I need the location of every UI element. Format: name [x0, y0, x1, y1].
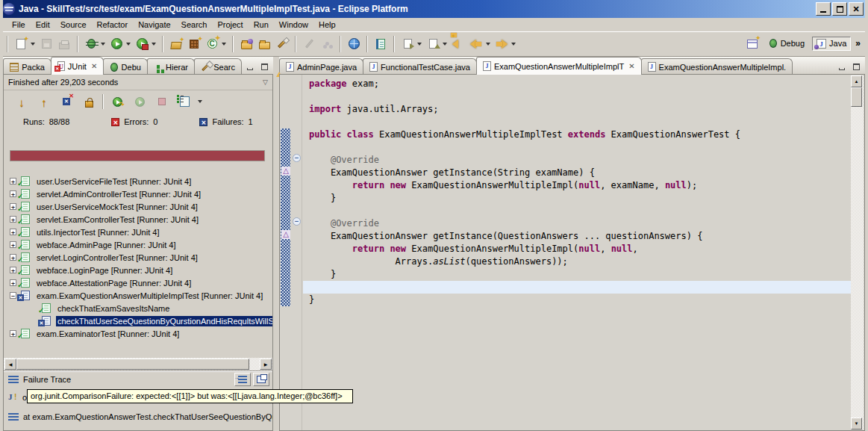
test-tree[interactable]: + user.UserServiceFileTest [Runner: JUni… [4, 163, 272, 358]
run-dropdown[interactable] [126, 43, 131, 46]
menu-file[interactable]: File [7, 19, 31, 31]
tree-row[interactable]: checkThatExamSavesItsName [4, 302, 272, 314]
tree-row[interactable]: + servlet.AdminControllerTest [Runner: J… [4, 187, 272, 200]
editor-vertical-scrollbar[interactable]: ▲ ▼ [851, 75, 864, 430]
tab-search[interactable]: Searc [194, 58, 242, 75]
tree-row[interactable]: + servlet.LoginControllerTest [Runner: J… [4, 251, 272, 264]
view-menu-icon[interactable]: ▽ [263, 78, 268, 86]
tree-row[interactable]: + servlet.ExamControllerTest [Runner: JU… [4, 213, 272, 226]
perspective-debug-button[interactable]: Debug [764, 36, 809, 51]
code-line[interactable]: package exam; [309, 78, 852, 90]
tree-row[interactable]: checkThatUserSeeQuestionByQurstionAndHis… [4, 314, 272, 327]
tree-row[interactable]: − exam.ExamQuestionAnswerMultipleImplTes… [4, 289, 272, 302]
new-wizard-button[interactable] [12, 35, 30, 53]
scrollbar-thumb[interactable] [851, 87, 862, 107]
save-button[interactable] [37, 35, 55, 53]
open-perspective-button[interactable] [743, 34, 761, 52]
code-line[interactable]: } [309, 294, 852, 306]
type-hierarchy-button[interactable] [318, 35, 336, 53]
tree-row[interactable]: + user.UserServiceMockTest [Runner: JUni… [4, 200, 272, 213]
maximize-button[interactable] [832, 2, 847, 16]
tree-horizontal-scrollbar[interactable]: ◀ ▶ [4, 358, 272, 370]
menu-navigate[interactable]: Navigate [133, 19, 175, 31]
tree-row[interactable]: + exam.ExaminatorTest [Runner: JUnit 4] [4, 327, 272, 340]
menu-search[interactable]: Search [176, 19, 213, 31]
tree-expander[interactable]: + [10, 330, 16, 337]
code-line[interactable] [309, 90, 852, 103]
junit-menu-dropdown[interactable] [198, 100, 202, 103]
view-minimize-button[interactable] [244, 61, 256, 72]
previous-failure-button[interactable]: ↑ [35, 93, 53, 110]
fold-collapse-icon[interactable] [293, 154, 301, 162]
code-line[interactable]: ExamQuestionAnswer getInstance(String ex… [309, 167, 852, 179]
external-tools-dropdown[interactable] [152, 43, 156, 46]
view-maximize-button[interactable] [258, 61, 270, 72]
tab-hierarchy[interactable]: Hierar [147, 58, 195, 75]
tree-row[interactable]: + webface.AdminPage [Runner: JUnit 4] [4, 238, 272, 251]
tasks-button[interactable] [372, 35, 390, 53]
go-into-button[interactable] [424, 35, 442, 53]
editor-tab-examquestionanswermultipleimpltest[interactable]: ExamQuestionAnswerMultipleImplT ✕ [476, 57, 642, 75]
rerun-failures-first-button[interactable] [131, 93, 149, 110]
annotation-ruler[interactable] [280, 75, 292, 430]
stop-button[interactable] [153, 93, 171, 110]
code-line[interactable]: @Override [309, 154, 852, 167]
search-button[interactable] [273, 35, 291, 53]
go-into-dropdown[interactable] [443, 43, 447, 46]
new-class-dropdown[interactable] [222, 43, 226, 46]
menu-help[interactable]: Help [313, 19, 341, 31]
code-line[interactable] [309, 116, 852, 128]
tree-row[interactable]: + webface.AttestationPage [Runner: JUnit… [4, 276, 272, 289]
code-line[interactable] [303, 281, 852, 294]
tree-expander[interactable]: + [10, 216, 16, 223]
next-failure-button[interactable]: ↓ [13, 93, 31, 110]
tree-expander[interactable]: + [10, 267, 16, 273]
menu-project[interactable]: Project [212, 19, 248, 31]
open-type-button[interactable] [237, 35, 255, 53]
show-failures-only-button[interactable] [57, 93, 75, 110]
code-line[interactable]: public class ExamQuestionAnswerMultipleI… [309, 128, 852, 141]
code-line[interactable]: import java.util.Arrays; [309, 103, 852, 116]
folding-ruler[interactable] [292, 75, 302, 430]
new-wizard-dropdown[interactable] [31, 43, 35, 46]
tab-debug[interactable]: Debu [103, 58, 148, 75]
compare-result-button[interactable] [253, 373, 269, 386]
debug-button[interactable] [82, 35, 100, 53]
scroll-left-button[interactable]: ◀ [4, 359, 16, 370]
editor-minimize-button[interactable] [836, 61, 848, 72]
menu-run[interactable]: Run [249, 19, 274, 31]
show-trace-in-console-button[interactable] [234, 373, 251, 386]
code-line[interactable] [309, 141, 852, 154]
test-hierarchy-button[interactable] [175, 93, 193, 110]
rerun-test-button[interactable]: ↷ [108, 93, 126, 110]
scroll-lock-button[interactable] [80, 93, 98, 110]
open-resource-button[interactable] [255, 35, 273, 53]
code-line[interactable]: } [309, 268, 852, 281]
scroll-up-button[interactable]: ▲ [851, 75, 862, 87]
editor-tab-adminpage[interactable]: AdminPage.java [279, 58, 363, 75]
trace-row-stackframe[interactable]: at exam.ExamQuestionAnswerTest.checkThat… [4, 410, 272, 423]
tree-expander[interactable]: + [10, 229, 16, 235]
last-edit-dropdown[interactable] [417, 43, 422, 46]
print-button[interactable] [55, 35, 73, 53]
new-java-project-button[interactable] [167, 35, 185, 53]
run-button[interactable] [107, 35, 125, 53]
external-tools-button[interactable] [133, 35, 151, 53]
perspective-java-button[interactable]: Java [812, 37, 851, 51]
scroll-down-button[interactable]: ▼ [851, 418, 862, 430]
close-icon[interactable]: ✕ [91, 62, 97, 70]
new-package-button[interactable] [185, 35, 203, 53]
scroll-right-button[interactable]: ▶ [260, 359, 272, 370]
tree-expander[interactable]: − [10, 292, 16, 299]
code-line[interactable] [309, 205, 852, 217]
tab-junit[interactable]: JUnit ✕ [51, 57, 104, 75]
tree-expander[interactable]: + [10, 241, 16, 248]
menu-window[interactable]: Window [274, 19, 313, 31]
forward-button[interactable] [493, 35, 511, 53]
code-line[interactable]: Arrays.asList(questionAnswers)); [309, 255, 852, 268]
close-icon[interactable]: ✕ [628, 62, 634, 70]
tree-expander[interactable]: + [10, 178, 16, 185]
open-browser-button[interactable] [345, 35, 363, 53]
menu-source[interactable]: Source [55, 19, 92, 31]
code-line[interactable]: @Override [309, 217, 852, 230]
